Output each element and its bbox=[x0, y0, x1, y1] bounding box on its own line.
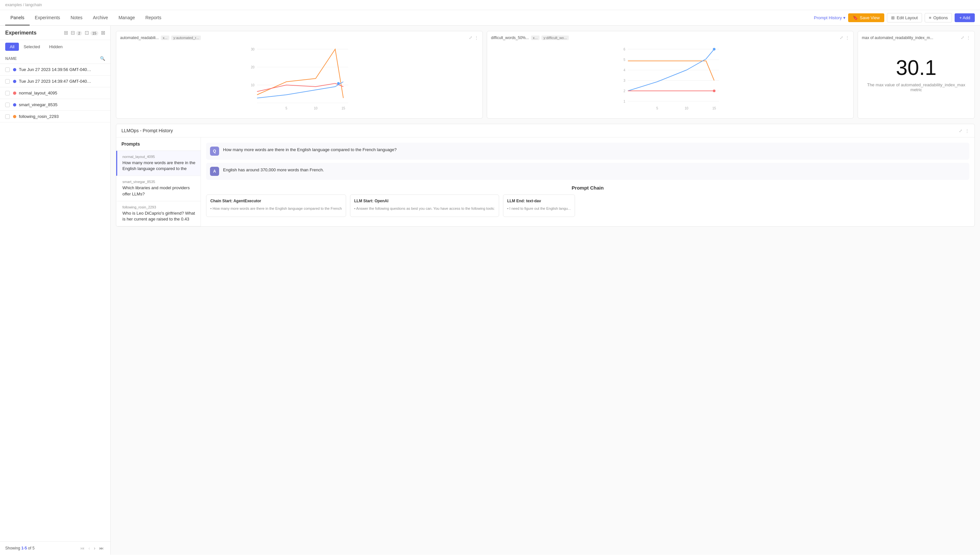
settings-icon[interactable]: ⊠ bbox=[101, 30, 105, 36]
search-icon[interactable]: 🔍 bbox=[100, 56, 105, 61]
stat-card: max of automated_readability_index_m... … bbox=[858, 31, 975, 119]
prompt-chain-title: Prompt Chain bbox=[206, 185, 969, 191]
breadcrumb-text: examples / langchain bbox=[5, 3, 42, 7]
prompt-item-text: Who is Leo DiCaprio's girlfriend? What i… bbox=[122, 210, 195, 222]
panel-header-actions: ⤢ ⋮ bbox=[959, 128, 969, 133]
question-text: How many more words are there in the Eng… bbox=[223, 147, 397, 153]
experiment-name: Tue Jun 27 2023 14:39:56 GMT-040… bbox=[19, 67, 91, 72]
prompt-item[interactable]: normal_layout_4095 How many more words a… bbox=[116, 151, 200, 176]
columns-icon[interactable]: ⊡ 15 bbox=[85, 30, 98, 36]
nav-right: Prompt History ▾ 🔖 Save View ⊞ Edit Layo… bbox=[814, 13, 975, 22]
chart-1-tag-y: y:automated_r... bbox=[171, 35, 201, 40]
prompt-item[interactable]: following_rosin_2293 Who is Leo DiCaprio… bbox=[116, 201, 200, 226]
content-area: automated_readabili... x... y:automated_… bbox=[111, 26, 980, 555]
qa-block: Q How many more words are there in the E… bbox=[206, 143, 969, 180]
first-page-button[interactable]: ⏮ bbox=[79, 545, 86, 552]
panel-body: Prompts normal_layout_4095 How many more… bbox=[116, 138, 974, 226]
experiment-name: normal_layout_4095 bbox=[19, 91, 57, 95]
svg-text:15: 15 bbox=[341, 106, 346, 110]
edit-layout-button[interactable]: ⊞ Edit Layout bbox=[887, 13, 922, 22]
chart-1-header: automated_readabili... x... y:automated_… bbox=[120, 35, 479, 40]
filter-tab-hidden[interactable]: Hidden bbox=[45, 43, 67, 51]
add-button[interactable]: + Add bbox=[954, 13, 975, 22]
tab-experiments[interactable]: Experiments bbox=[30, 10, 66, 26]
showing-text: Showing 1-5 of 5 bbox=[5, 546, 35, 550]
tab-reports[interactable]: Reports bbox=[140, 10, 167, 26]
experiment-dot bbox=[13, 68, 16, 71]
list-item[interactable]: Tue Jun 27 2023 14:39:47 GMT-040… bbox=[0, 75, 110, 87]
chain-card-text: Answer the following questions as best y… bbox=[354, 206, 495, 212]
list-item[interactable]: smart_vinegar_8535 bbox=[0, 99, 110, 111]
experiment-checkbox[interactable] bbox=[5, 103, 10, 107]
last-page-button[interactable]: ⏭ bbox=[98, 545, 105, 552]
svg-text:1: 1 bbox=[623, 99, 625, 103]
panel-title: LLMOps - Prompt History bbox=[122, 128, 173, 133]
svg-text:10: 10 bbox=[251, 83, 255, 87]
svg-text:2: 2 bbox=[623, 89, 625, 93]
chain-card-title: LLM End: text-dav bbox=[507, 199, 571, 203]
tab-archive[interactable]: Archive bbox=[88, 10, 113, 26]
expand-panel-icon[interactable]: ⤢ bbox=[959, 128, 962, 133]
stat-card-header: max of automated_readability_index_m... … bbox=[862, 35, 970, 40]
svg-text:10: 10 bbox=[314, 106, 318, 110]
expand-icon[interactable]: ⤢ bbox=[840, 35, 843, 40]
prompt-item-text: Which libraries and model providers offe… bbox=[122, 185, 195, 197]
filter-icon[interactable]: ⊞ bbox=[64, 30, 68, 36]
list-item[interactable]: Tue Jun 27 2023 14:39:56 GMT-040… bbox=[0, 64, 110, 75]
svg-point-26 bbox=[713, 48, 716, 50]
table-icon[interactable]: ⊟ 2 bbox=[70, 30, 82, 36]
svg-text:5: 5 bbox=[285, 106, 288, 110]
prompt-item-experiment: following_rosin_2293 bbox=[122, 205, 195, 209]
chain-card-title: LLM Start: OpenAI bbox=[354, 199, 495, 203]
experiments-list: Tue Jun 27 2023 14:39:56 GMT-040… Tue Ju… bbox=[0, 64, 110, 541]
experiment-dot bbox=[13, 103, 16, 106]
tab-manage[interactable]: Manage bbox=[113, 10, 140, 26]
more-panel-icon[interactable]: ⋮ bbox=[965, 128, 969, 133]
expand-icon[interactable]: ⤢ bbox=[469, 35, 472, 40]
prompt-history-button[interactable]: Prompt History ▾ bbox=[814, 15, 845, 20]
more-icon[interactable]: ⋮ bbox=[845, 35, 849, 40]
options-button[interactable]: ≡ Options bbox=[925, 13, 952, 22]
experiment-checkbox[interactable] bbox=[5, 79, 10, 84]
experiment-checkbox[interactable] bbox=[5, 67, 10, 72]
expand-icon[interactable]: ⤢ bbox=[961, 35, 964, 40]
pagination: ⏮ ‹ › ⏭ bbox=[79, 545, 105, 552]
chart-2-actions: ⤢ ⋮ bbox=[840, 35, 849, 40]
experiment-checkbox[interactable] bbox=[5, 91, 10, 95]
filter-tab-all[interactable]: All bbox=[5, 43, 19, 51]
chart-card-2: difficult_words_50%... x... y:difficult_… bbox=[487, 31, 853, 119]
sidebar-footer: Showing 1-5 of 5 ⏮ ‹ › ⏭ bbox=[0, 541, 110, 555]
tab-notes[interactable]: Notes bbox=[66, 10, 88, 26]
experiment-name: smart_vinegar_8535 bbox=[19, 102, 58, 107]
experiment-dot bbox=[13, 80, 16, 83]
chart-2-svg: 6 5 4 3 2 1 5 10 15 bbox=[491, 43, 849, 114]
svg-text:15: 15 bbox=[713, 106, 716, 110]
experiment-checkbox[interactable] bbox=[5, 114, 10, 119]
tab-panels[interactable]: Panels bbox=[5, 10, 30, 26]
nav-bar: Panels Experiments Notes Archive Manage … bbox=[0, 10, 980, 26]
list-item[interactable]: following_rosin_2293 bbox=[0, 111, 110, 122]
panel-header: LLMOps - Prompt History ⤢ ⋮ bbox=[116, 124, 974, 138]
nav-left: Panels Experiments Notes Archive Manage … bbox=[5, 10, 167, 26]
chain-card: LLM Start: OpenAI Answer the following q… bbox=[350, 194, 499, 217]
svg-text:5: 5 bbox=[657, 106, 658, 110]
more-icon[interactable]: ⋮ bbox=[474, 35, 479, 40]
list-item[interactable]: normal_layout_4095 bbox=[0, 87, 110, 99]
chain-card: LLM End: text-dav I need to figure out t… bbox=[503, 194, 575, 217]
stat-card-actions: ⤢ ⋮ bbox=[961, 35, 970, 40]
next-page-button[interactable]: › bbox=[93, 545, 97, 552]
svg-point-27 bbox=[713, 90, 716, 92]
filter-tab-selected[interactable]: Selected bbox=[19, 43, 45, 51]
more-icon[interactable]: ⋮ bbox=[966, 35, 970, 40]
chart-card-1: automated_readabili... x... y:automated_… bbox=[116, 31, 483, 119]
chart-1-area: 30 20 10 5 10 15 bbox=[120, 43, 479, 114]
question-row: Q How many more words are there in the E… bbox=[206, 143, 969, 160]
save-view-button[interactable]: 🔖 Save View bbox=[848, 13, 884, 22]
stat-card-title: max of automated_readability_index_m... bbox=[862, 35, 933, 40]
svg-text:3: 3 bbox=[623, 79, 625, 82]
chart-1-svg: 30 20 10 5 10 15 bbox=[120, 43, 479, 114]
experiment-name: Tue Jun 27 2023 14:39:47 GMT-040… bbox=[19, 79, 91, 84]
experiments-list-header: NAME 🔍 bbox=[0, 53, 110, 64]
prev-page-button[interactable]: ‹ bbox=[87, 545, 91, 552]
prompt-item[interactable]: smart_vinegar_8535 Which libraries and m… bbox=[116, 176, 200, 201]
